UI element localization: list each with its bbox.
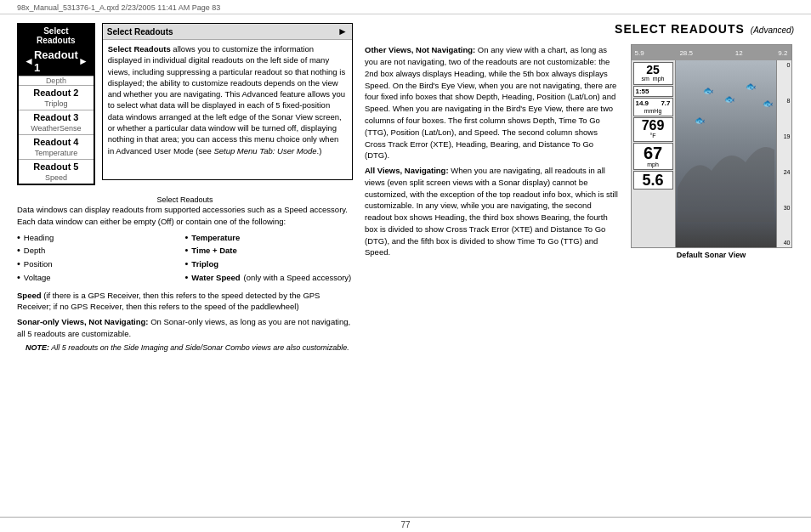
- sonar-depth-val: 25: [636, 64, 671, 76]
- sonar-time-val: 1:55: [636, 88, 649, 96]
- sonar-temp-val: 769: [636, 119, 671, 133]
- sr-panel-title: Select Readouts: [107, 27, 173, 37]
- sonar-data-speed: 67 mph: [633, 143, 673, 170]
- scale-24: 24: [778, 169, 791, 175]
- bullet-dot: •: [185, 273, 189, 282]
- sr-bold: Select Readouts: [108, 44, 171, 54]
- readout1-sub: Depth: [19, 76, 94, 85]
- sonar-canvas: ft 25 sm mph 1:55: [632, 60, 791, 247]
- note-label: NOTE:: [26, 343, 49, 352]
- note-box: NOTE: All 5 readouts on the Side Imaging…: [26, 342, 353, 354]
- sonar-extra-val: 5.6: [636, 173, 671, 188]
- sonar-title: Sonar-only Views, Not Navigating:: [17, 317, 149, 326]
- bullet-columns: • Heading • Depth • Position •: [17, 232, 353, 286]
- top-val3: 12: [735, 49, 743, 57]
- bullet-depth: • Depth: [17, 245, 185, 257]
- bullet-position-label: Position: [24, 258, 53, 270]
- bottom-area: Other Views, Not Navigating: On any view…: [365, 44, 794, 508]
- bullet-time: • Time + Date: [185, 245, 354, 257]
- sr-italic: Setup Menu Tab: User Mode: [213, 146, 316, 156]
- sonar-depth-units: sm mph: [636, 76, 671, 82]
- bullet-voltage-label: Voltage: [24, 272, 51, 284]
- main-text: Other Views, Not Navigating: On any view…: [365, 44, 618, 505]
- data-windows-intro: Data windows can display readouts from s…: [17, 204, 353, 228]
- sonar-right-scale: 0 8 19 24 30 40: [776, 60, 791, 247]
- big-title-sub: (Advanced): [751, 25, 794, 35]
- scale-0: 0: [778, 62, 791, 68]
- sonar-fish-area: 🐟 🐟 🐟 🐟 🐟: [678, 69, 774, 239]
- select-readouts-panel: Select Readouts ► Select Readouts allows…: [102, 23, 353, 180]
- sonar-temp-unit: °F: [636, 133, 671, 139]
- bullet-heading-label: Heading: [24, 232, 54, 244]
- sonar-label: Default Sonar View: [677, 251, 746, 259]
- page-footer: 77: [0, 517, 811, 532]
- sonar-mmhg: mmHg: [636, 108, 671, 115]
- sonar-left-panel: 25 sm mph 1:55 14.9 7.7: [632, 60, 676, 247]
- sonar-val-b: 7.7: [661, 99, 670, 108]
- bullet-dot: •: [17, 259, 20, 269]
- menu-item-readout2[interactable]: Readout 2: [19, 85, 94, 99]
- header-text: 98x_Manual_531376-1_A.qxd 2/23/2005 11:4…: [17, 3, 220, 12]
- top-val4: 9.2: [778, 49, 787, 57]
- bullet-voltage: • Voltage: [17, 272, 185, 284]
- menu-item-readout4[interactable]: Readout 4: [19, 134, 94, 149]
- sonar-data-depth: 25 sm mph: [633, 62, 673, 84]
- bullet-depth-label: Depth: [24, 245, 45, 257]
- bullet-heading: • Heading: [17, 232, 185, 244]
- arrow-right-icon: ►: [78, 55, 88, 67]
- scale-30: 30: [778, 205, 791, 211]
- select-readouts-menu: Select Readouts ◄ Readout 1 ► Depth Read…: [17, 23, 95, 185]
- bullet-dot: •: [17, 273, 20, 282]
- menu-item-readout3[interactable]: Readout 3: [19, 110, 94, 124]
- bullet-dot: •: [17, 233, 20, 242]
- left-menu-area: Select Readouts ◄ Readout 1 ► Depth Read…: [17, 23, 353, 185]
- bullet-triplog-label: Triplog: [191, 258, 218, 270]
- speed-bold: Speed: [17, 291, 42, 300]
- big-title-block: SELECT READOUTS (Advanced): [615, 23, 794, 36]
- bullet-col-left: • Heading • Depth • Position •: [17, 232, 185, 286]
- sonar-view-column: 5.9 28.5 12 9.2 ft 25: [628, 44, 794, 508]
- bullet-waterspeed-label: Water Speed: [191, 272, 240, 284]
- all-views-para: All Views, Navigating: When you are navi…: [365, 165, 618, 258]
- readout5-sub: Speed: [19, 173, 94, 184]
- other-views-para: Other Views, Not Navigating: On any view…: [365, 44, 618, 161]
- big-title: SELECT READOUTS: [615, 22, 745, 36]
- bullet-waterspeed: • Water Speed (only with a Speed accesso…: [185, 272, 354, 284]
- bullet-col-right: • Temperature • Time + Date • Triplog: [185, 232, 354, 286]
- sonar-data-temp: 769 °F: [633, 117, 673, 141]
- sonar-speed-val: 67: [636, 144, 671, 161]
- menu-item-readout5[interactable]: Readout 5: [19, 159, 94, 173]
- sonar-image: 5.9 28.5 12 9.2 ft 25: [631, 44, 792, 248]
- arrow-left-icon: ◄: [24, 55, 34, 67]
- sonar-top-bar: 5.9 28.5 12 9.2: [632, 45, 791, 60]
- sonar-data-time: 1:55: [633, 86, 673, 98]
- sonar-terrain: [678, 69, 774, 239]
- bullet-temperature-label: Temperature: [191, 232, 240, 244]
- bullet-temperature: • Temperature: [185, 232, 354, 244]
- header-row: SELECT READOUTS (Advanced): [365, 23, 794, 36]
- readout3-sub: WeatherSense: [19, 124, 94, 134]
- readout4-sub: Temperature: [19, 149, 94, 159]
- top-val2: 28.5: [679, 49, 693, 57]
- data-windows-section: Data windows can display readouts from s…: [17, 204, 353, 353]
- scale-19: 19: [778, 133, 791, 139]
- menu-footer: Select Readouts: [17, 195, 353, 204]
- page-header: 98x_Manual_531376-1_A.qxd 2/23/2005 11:4…: [0, 0, 811, 14]
- bullet-dot: •: [185, 246, 189, 255]
- sonar-speed-label: mph: [636, 161, 671, 168]
- bullet-triplog: • Triplog: [185, 258, 354, 270]
- top-val1: 5.9: [635, 49, 644, 57]
- sonar-data-extra: 5.6: [633, 171, 673, 190]
- menu-item-readout1[interactable]: ◄ Readout 1 ►: [19, 47, 94, 76]
- sonar-data-pressure: 14.9 7.7 mmHg: [633, 98, 673, 116]
- bullet-dot: •: [185, 233, 189, 242]
- page: 98x_Manual_531376-1_A.qxd 2/23/2005 11:4…: [0, 0, 811, 532]
- sr-arrow-icon: ►: [337, 25, 348, 37]
- speed-note: Speed (if there is a GPS Receiver, then …: [17, 290, 353, 314]
- sr-body: Select Readouts allows you to customize …: [103, 40, 352, 160]
- page-number: 77: [400, 520, 410, 529]
- readout1-label: Readout 1: [34, 48, 78, 74]
- menu-title: Select Readouts: [19, 25, 94, 47]
- other-views-title: Other Views, Not Navigating:: [365, 45, 475, 54]
- page-content: Select Readouts ◄ Readout 1 ► Depth Read…: [0, 14, 811, 517]
